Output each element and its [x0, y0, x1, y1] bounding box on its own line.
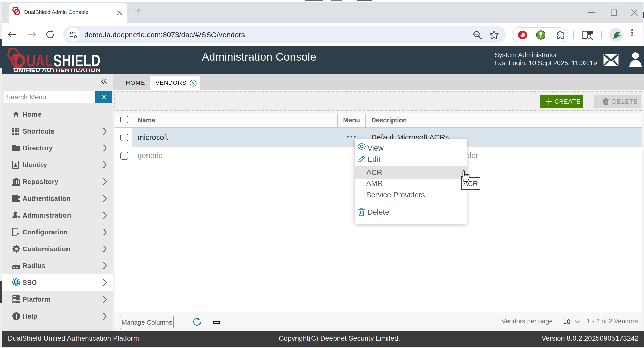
- svg-text:UNIFIED AUTHENTICATION: UNIFIED AUTHENTICATION: [14, 68, 100, 73]
- svg-text:D: D: [13, 51, 26, 70]
- svg-text:UAL: UAL: [27, 51, 53, 70]
- svg-text:SHIELD: SHIELD: [53, 51, 100, 70]
